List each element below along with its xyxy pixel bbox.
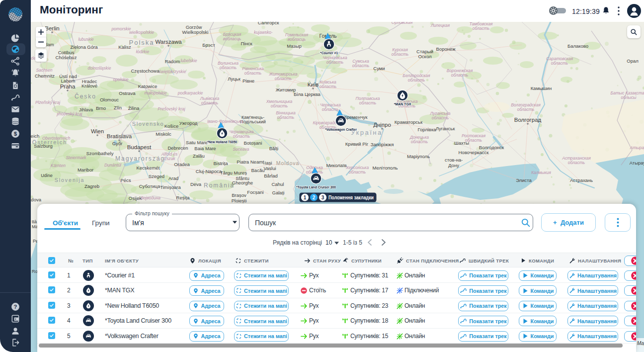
svg-text:Миколаїв: Миколаїв (326, 163, 346, 168)
svg-text:Новочеркасск: Новочеркасск (459, 150, 489, 155)
svg-text:dolnośląskie: dolnośląskie (88, 66, 111, 71)
svg-text:область: область (392, 52, 409, 57)
svg-text:Балаково: Балаково (567, 43, 588, 49)
svg-text:Suceava: Suceava (233, 147, 249, 152)
svg-text:Králové: Králové (81, 83, 97, 88)
svg-text:Рівне: Рівне (242, 78, 254, 84)
svg-text:Warszawa: Warszawa (155, 39, 182, 45)
svg-text:Ужгород: Ужгород (179, 120, 198, 126)
svg-text:Plzeňský kraj: Plzeňský kraj (35, 100, 61, 105)
svg-text:Положення закладки: Положення закладки (328, 195, 374, 200)
svg-text:область: область (451, 73, 469, 78)
svg-text:Брэст: Брэст (202, 42, 215, 48)
svg-text:Элиста: Элиста (516, 177, 532, 183)
svg-text:*MAN TGX: *MAN TGX (394, 102, 412, 106)
svg-text:область: область (320, 84, 337, 89)
svg-text:podkarpackie: podkarpackie (177, 90, 203, 95)
svg-text:область: область (271, 103, 288, 108)
svg-text:Slovenija: Slovenija (55, 177, 85, 183)
svg-text:Steiermark: Steiermark (66, 155, 86, 160)
svg-text:Moldova: Moldova (276, 160, 300, 166)
svg-text:Budapest: Budapest (127, 144, 152, 150)
svg-text:Botoșani: Botoșani (244, 140, 262, 146)
svg-text:Győr: Győr (112, 141, 123, 146)
svg-text:Мазыр: Мазыр (287, 43, 302, 49)
svg-text:Подільський: Подільський (240, 119, 266, 124)
svg-text:Kecskemét: Kecskemét (137, 165, 160, 171)
svg-text:Brașov: Brașov (232, 192, 246, 198)
svg-text:Česko: Česko (75, 92, 96, 100)
svg-text:Oberösterreich: Oberösterreich (42, 136, 70, 141)
svg-text:Iași: Iași (265, 160, 272, 166)
svg-text:Magyarország: Magyarország (115, 155, 165, 162)
svg-text:Івано-Франківська: Івано-Франківська (207, 119, 243, 124)
svg-text:Olomouc: Olomouc (100, 97, 119, 102)
svg-text:область: область (517, 107, 535, 112)
svg-text:Polska: Polska (129, 39, 154, 46)
svg-text:Маріуполь: Маріуполь (407, 154, 430, 159)
svg-text:облысы: облысы (621, 95, 637, 100)
svg-text:wielkopolskie: wielkopolskie (129, 30, 154, 35)
svg-text:Bistrița: Bistrița (213, 161, 228, 166)
svg-text:Атырау: Атырау (630, 160, 644, 166)
svg-text:Дону: Дону (448, 163, 459, 168)
svg-text:Satu Mare: Satu Mare (186, 140, 208, 145)
svg-text:область: область (275, 76, 292, 81)
svg-text:Кременчук: Кременчук (344, 114, 368, 120)
svg-text:łódzkie: łódzkie (136, 49, 150, 54)
svg-text:Udine: Udine (41, 173, 53, 178)
svg-text:Калмыкия: Калмыкия (531, 170, 551, 175)
svg-text:pomorskie: pomorskie (111, 26, 131, 31)
svg-text:Астрахань: Астрахань (570, 177, 593, 183)
svg-text:Cluj-Napoca: Cluj-Napoca (196, 169, 222, 174)
svg-text:Kärnten: Kärnten (51, 163, 66, 168)
svg-text:lubelskie: lubelskie (180, 58, 197, 63)
svg-text:lubuskie: lubuskie (78, 37, 93, 42)
svg-text:Târgu Mureș: Târgu Mureș (220, 170, 247, 176)
svg-text:Ploiești: Ploiești (232, 198, 247, 203)
svg-text:Bălți: Bălți (269, 146, 278, 151)
svg-text:Galați: Galați (272, 190, 285, 195)
svg-text:Brno: Brno (96, 105, 106, 111)
svg-text:Липецкая: Липецкая (430, 23, 450, 28)
svg-text:Zagreb: Zagreb (84, 183, 99, 189)
svg-text:область: область (277, 115, 295, 120)
svg-text:Vaslui: Vaslui (263, 166, 276, 171)
svg-text:Суботица: Суботица (139, 183, 161, 189)
svg-text:Jihlava: Jihlava (79, 107, 93, 112)
svg-text:Київ: Київ (308, 82, 319, 88)
svg-text:2: 2 (313, 195, 316, 200)
svg-text:kujawsko-: kujawsko- (254, 30, 273, 35)
svg-text:стов-на-: стов-на- (445, 157, 463, 163)
svg-text:Maribor: Maribor (78, 167, 93, 173)
svg-text:область: область (220, 65, 237, 70)
svg-text:1: 1 (304, 195, 307, 200)
svg-text:Zielona Góra: Zielona Góra (71, 44, 98, 50)
svg-text:Војводина: Војводина (141, 195, 161, 200)
svg-text:Deva: Deva (190, 181, 202, 187)
svg-text:3: 3 (322, 195, 324, 200)
svg-text:Bacău: Bacău (251, 168, 265, 173)
svg-text:Žilina: Žilina (128, 105, 140, 111)
svg-text:Piatra Neamț: Piatra Neamț (237, 159, 264, 165)
svg-text:*Volkswagen Crafter: *Volkswagen Crafter (325, 127, 357, 132)
svg-text:Szombathely: Szombathely (86, 151, 114, 156)
svg-text:Baia Mare: Baia Mare (194, 146, 216, 151)
svg-text:Sachsen: Sachsen (36, 68, 52, 73)
svg-text:Салігорск: Салігорск (258, 22, 279, 25)
svg-text:область: область (352, 63, 370, 68)
svg-text:Горлівка: Горлівка (417, 127, 436, 132)
svg-text:*Courier #1: *Courier #1 (320, 51, 338, 55)
svg-text:Észak: Észak (163, 156, 175, 161)
svg-text:adova: adova (31, 197, 42, 202)
svg-text:область: область (322, 107, 339, 112)
svg-text:opolskie: opolskie (113, 77, 128, 82)
svg-text:Oradea: Oradea (174, 162, 190, 167)
svg-text:область: область (201, 100, 219, 105)
svg-text:Wien: Wien (91, 128, 104, 134)
svg-text:Ro: Ro (32, 269, 38, 274)
svg-text:Częstochowa: Częstochowa (131, 68, 160, 74)
svg-text:область: область (326, 60, 344, 65)
svg-text:область: область (244, 71, 262, 76)
svg-text:Краматорськ: Краматорськ (395, 119, 423, 125)
